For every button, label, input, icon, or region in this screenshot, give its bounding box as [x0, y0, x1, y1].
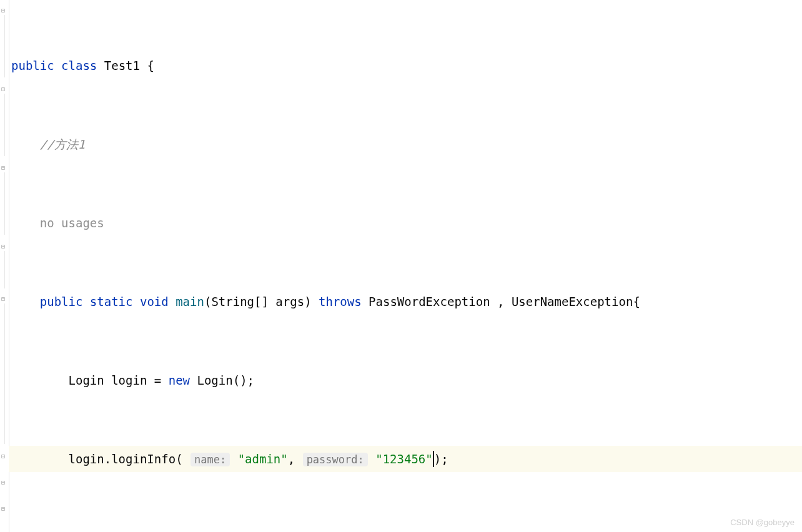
- keyword-class: class: [61, 59, 97, 72]
- comment-slash: //: [40, 137, 54, 151]
- current-line[interactable]: login.loginInfo( name: "admin", password…: [9, 446, 802, 472]
- fold-icon[interactable]: ⊟: [1, 244, 7, 250]
- fold-icon[interactable]: ⊟: [1, 86, 7, 92]
- code-line[interactable]: }: [9, 525, 802, 532]
- param-hint-password: password:: [303, 453, 368, 466]
- class-name: Test1: [104, 59, 140, 72]
- code-line[interactable]: //方法1: [9, 131, 802, 157]
- string-admin: "admin": [238, 452, 288, 466]
- watermark: CSDN @gobeyye: [730, 518, 795, 527]
- method-main: main: [176, 295, 204, 308]
- code-line[interactable]: public static void main(String[] args) t…: [9, 288, 802, 315]
- fold-icon[interactable]: ⊟: [1, 480, 7, 486]
- fold-icon[interactable]: ⊟: [1, 506, 7, 512]
- usages-hint[interactable]: no usages: [9, 210, 802, 236]
- no-usages-label: no usages: [40, 216, 104, 230]
- keyword-public: public: [11, 59, 54, 72]
- fold-icon[interactable]: ⊟: [1, 165, 7, 171]
- fold-icon[interactable]: ⊟: [1, 7, 7, 14]
- param-hint-name: name:: [191, 453, 230, 466]
- code-line[interactable]: public class Test1 {: [9, 52, 802, 79]
- fold-icon[interactable]: ⊟: [1, 296, 7, 302]
- text-cursor: [433, 451, 434, 467]
- string-123456: "123456": [375, 452, 433, 466]
- editor-gutter: ⊟ ⊟ ⊟ ⊟ ⊟ ⊟ ⊟ ⊟: [0, 0, 9, 532]
- code-editor[interactable]: public class Test1 { //方法1 no usages pub…: [9, 0, 802, 532]
- code-line[interactable]: Login login = new Login();: [9, 367, 802, 393]
- comment-text: 方法1: [54, 137, 85, 151]
- fold-icon[interactable]: ⊟: [1, 453, 7, 460]
